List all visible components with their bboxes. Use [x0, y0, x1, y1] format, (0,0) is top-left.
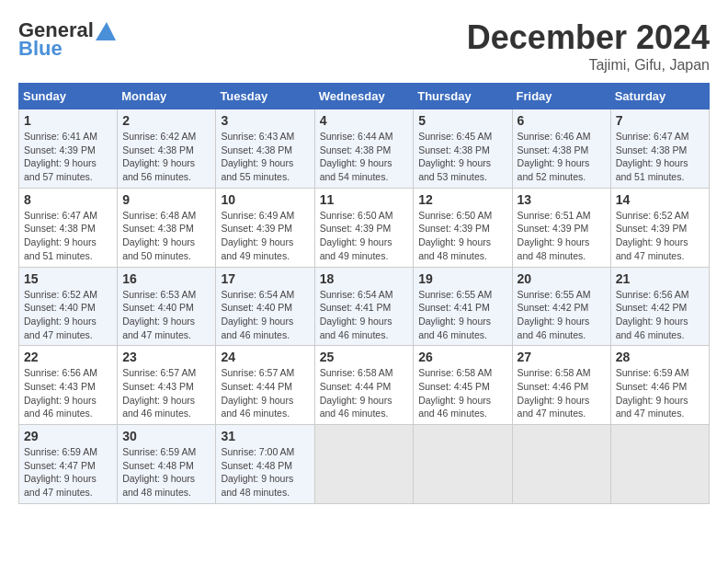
day-info: Sunrise: 6:52 AM Sunset: 4:40 PM Dayligh…: [24, 288, 112, 342]
table-row: [414, 425, 512, 504]
table-row: [314, 425, 414, 504]
table-row: 8 Sunrise: 6:47 AM Sunset: 4:38 PM Dayli…: [19, 188, 118, 267]
day-info: Sunrise: 6:47 AM Sunset: 4:38 PM Dayligh…: [24, 209, 112, 263]
table-row: 13 Sunrise: 6:51 AM Sunset: 4:39 PM Dayl…: [512, 188, 610, 267]
day-number: 19: [418, 271, 506, 286]
day-number: 15: [24, 271, 112, 286]
day-number: 13: [518, 192, 606, 207]
day-info: Sunrise: 6:50 AM Sunset: 4:39 PM Dayligh…: [320, 209, 409, 263]
day-number: 1: [24, 113, 112, 128]
day-info: Sunrise: 6:49 AM Sunset: 4:39 PM Dayligh…: [221, 209, 309, 263]
calendar-row: 1 Sunrise: 6:41 AM Sunset: 4:39 PM Dayli…: [19, 109, 710, 189]
day-number: 10: [221, 192, 309, 207]
table-row: 2 Sunrise: 6:42 AM Sunset: 4:38 PM Dayli…: [118, 109, 216, 189]
svg-marker-0: [96, 22, 116, 40]
table-row: 22 Sunrise: 6:56 AM Sunset: 4:43 PM Dayl…: [19, 346, 118, 425]
day-info: Sunrise: 6:57 AM Sunset: 4:43 PM Dayligh…: [122, 366, 210, 420]
col-wednesday: Wednesday: [314, 84, 414, 109]
table-row: 28 Sunrise: 6:59 AM Sunset: 4:46 PM Dayl…: [610, 346, 709, 425]
table-row: 6 Sunrise: 6:46 AM Sunset: 4:38 PM Dayli…: [512, 109, 610, 189]
day-number: 4: [320, 113, 409, 128]
calendar-row: 8 Sunrise: 6:47 AM Sunset: 4:38 PM Dayli…: [19, 188, 710, 267]
col-friday: Friday: [512, 84, 610, 109]
day-info: Sunrise: 6:57 AM Sunset: 4:44 PM Dayligh…: [221, 366, 309, 420]
table-row: 7 Sunrise: 6:47 AM Sunset: 4:38 PM Dayli…: [610, 109, 709, 189]
table-row: [512, 425, 610, 504]
day-number: 16: [122, 271, 210, 286]
day-info: Sunrise: 6:54 AM Sunset: 4:41 PM Dayligh…: [320, 288, 409, 342]
day-info: Sunrise: 6:52 AM Sunset: 4:39 PM Dayligh…: [616, 209, 704, 263]
logo-icon: [96, 22, 116, 40]
day-number: 3: [221, 113, 309, 128]
day-info: Sunrise: 6:56 AM Sunset: 4:42 PM Dayligh…: [616, 288, 704, 342]
day-info: Sunrise: 6:51 AM Sunset: 4:39 PM Dayligh…: [518, 209, 606, 263]
table-row: [610, 425, 709, 504]
day-info: Sunrise: 6:59 AM Sunset: 4:47 PM Dayligh…: [24, 445, 112, 500]
day-info: Sunrise: 6:58 AM Sunset: 4:44 PM Dayligh…: [320, 366, 409, 420]
month-title: December 2024: [467, 18, 710, 57]
day-number: 17: [221, 271, 309, 286]
table-row: 19 Sunrise: 6:55 AM Sunset: 4:41 PM Dayl…: [414, 267, 512, 346]
table-row: 27 Sunrise: 6:58 AM Sunset: 4:46 PM Dayl…: [512, 346, 610, 425]
day-info: Sunrise: 6:47 AM Sunset: 4:38 PM Dayligh…: [616, 130, 704, 184]
day-info: Sunrise: 6:58 AM Sunset: 4:45 PM Dayligh…: [418, 366, 506, 420]
col-thursday: Thursday: [414, 84, 512, 109]
day-number: 26: [418, 350, 506, 364]
calendar-row: 22 Sunrise: 6:56 AM Sunset: 4:43 PM Dayl…: [19, 346, 710, 425]
day-info: Sunrise: 6:54 AM Sunset: 4:40 PM Dayligh…: [221, 288, 309, 342]
table-row: 21 Sunrise: 6:56 AM Sunset: 4:42 PM Dayl…: [610, 267, 709, 346]
calendar-table: Sunday Monday Tuesday Wednesday Thursday…: [18, 83, 710, 504]
day-info: Sunrise: 6:56 AM Sunset: 4:43 PM Dayligh…: [24, 366, 112, 420]
col-monday: Monday: [118, 84, 216, 109]
day-info: Sunrise: 6:59 AM Sunset: 4:46 PM Dayligh…: [616, 366, 704, 420]
day-info: Sunrise: 6:59 AM Sunset: 4:48 PM Dayligh…: [122, 445, 210, 500]
table-row: 5 Sunrise: 6:45 AM Sunset: 4:38 PM Dayli…: [414, 109, 512, 189]
day-number: 7: [616, 113, 704, 128]
day-number: 28: [616, 350, 704, 364]
day-info: Sunrise: 6:43 AM Sunset: 4:38 PM Dayligh…: [221, 130, 309, 184]
table-row: 9 Sunrise: 6:48 AM Sunset: 4:38 PM Dayli…: [118, 188, 216, 267]
page-header: General Blue December 2024 Tajimi, Gifu,…: [18, 18, 710, 74]
day-number: 29: [24, 429, 112, 443]
table-row: 1 Sunrise: 6:41 AM Sunset: 4:39 PM Dayli…: [19, 109, 118, 189]
col-tuesday: Tuesday: [216, 84, 314, 109]
day-number: 31: [221, 429, 309, 443]
location: Tajimi, Gifu, Japan: [467, 57, 710, 74]
day-info: Sunrise: 6:55 AM Sunset: 4:41 PM Dayligh…: [418, 288, 506, 342]
day-info: Sunrise: 6:53 AM Sunset: 4:40 PM Dayligh…: [122, 288, 210, 342]
day-info: Sunrise: 6:42 AM Sunset: 4:38 PM Dayligh…: [122, 130, 210, 184]
day-number: 6: [518, 113, 606, 128]
day-info: Sunrise: 7:00 AM Sunset: 4:48 PM Dayligh…: [221, 445, 309, 500]
col-saturday: Saturday: [610, 84, 709, 109]
day-number: 20: [518, 271, 606, 286]
calendar-row: 29 Sunrise: 6:59 AM Sunset: 4:47 PM Dayl…: [19, 425, 710, 504]
day-number: 24: [221, 350, 309, 364]
table-row: 31 Sunrise: 7:00 AM Sunset: 4:48 PM Dayl…: [216, 425, 314, 504]
day-number: 8: [24, 192, 112, 207]
calendar-header-row: Sunday Monday Tuesday Wednesday Thursday…: [19, 84, 710, 109]
table-row: 29 Sunrise: 6:59 AM Sunset: 4:47 PM Dayl…: [19, 425, 118, 504]
day-number: 25: [320, 350, 409, 364]
logo-blue-text: Blue: [18, 37, 63, 61]
table-row: 25 Sunrise: 6:58 AM Sunset: 4:44 PM Dayl…: [314, 346, 414, 425]
table-row: 26 Sunrise: 6:58 AM Sunset: 4:45 PM Dayl…: [414, 346, 512, 425]
table-row: 14 Sunrise: 6:52 AM Sunset: 4:39 PM Dayl…: [610, 188, 709, 267]
table-row: 24 Sunrise: 6:57 AM Sunset: 4:44 PM Dayl…: [216, 346, 314, 425]
table-row: 11 Sunrise: 6:50 AM Sunset: 4:39 PM Dayl…: [314, 188, 414, 267]
day-number: 22: [24, 350, 112, 364]
day-info: Sunrise: 6:41 AM Sunset: 4:39 PM Dayligh…: [24, 130, 112, 184]
table-row: 16 Sunrise: 6:53 AM Sunset: 4:40 PM Dayl…: [118, 267, 216, 346]
table-row: 3 Sunrise: 6:43 AM Sunset: 4:38 PM Dayli…: [216, 109, 314, 189]
day-number: 27: [518, 350, 606, 364]
day-number: 14: [616, 192, 704, 207]
table-row: 4 Sunrise: 6:44 AM Sunset: 4:38 PM Dayli…: [314, 109, 414, 189]
day-info: Sunrise: 6:50 AM Sunset: 4:39 PM Dayligh…: [418, 209, 506, 263]
day-info: Sunrise: 6:55 AM Sunset: 4:42 PM Dayligh…: [518, 288, 606, 342]
title-block: December 2024 Tajimi, Gifu, Japan: [467, 18, 710, 74]
day-number: 21: [616, 271, 704, 286]
day-info: Sunrise: 6:48 AM Sunset: 4:38 PM Dayligh…: [122, 209, 210, 263]
table-row: 20 Sunrise: 6:55 AM Sunset: 4:42 PM Dayl…: [512, 267, 610, 346]
day-number: 12: [418, 192, 506, 207]
table-row: 23 Sunrise: 6:57 AM Sunset: 4:43 PM Dayl…: [118, 346, 216, 425]
day-info: Sunrise: 6:45 AM Sunset: 4:38 PM Dayligh…: [418, 130, 506, 184]
